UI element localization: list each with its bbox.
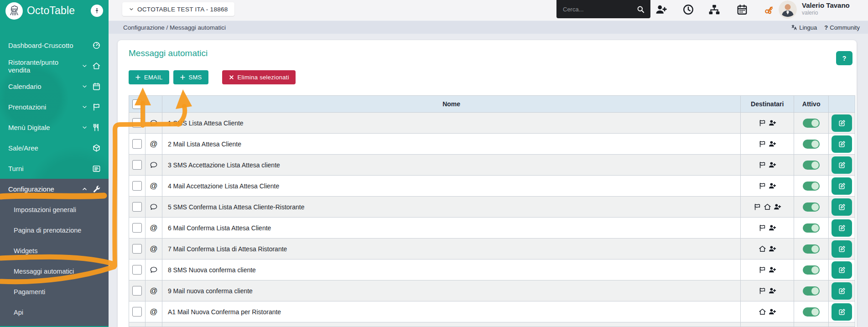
chevron-down-icon: [81, 83, 88, 90]
mail-icon: @: [150, 286, 157, 296]
destinatari-cell: [741, 280, 794, 301]
sidebar-item-turni[interactable]: Turni: [0, 158, 109, 179]
user-plus-icon: [769, 140, 776, 148]
message-name: 3 SMS Accettazione Lista Attesa cliente: [168, 161, 280, 169]
edit-button[interactable]: [832, 114, 852, 132]
calendar-icon[interactable]: [736, 4, 748, 16]
wrench-icon: [92, 185, 101, 193]
active-toggle[interactable]: [803, 286, 820, 296]
active-toggle[interactable]: [803, 161, 820, 170]
sms-icon: [149, 161, 158, 170]
sidebar-item-configurazione[interactable]: Configurazione: [0, 179, 109, 199]
destinatari-cell: [741, 155, 794, 175]
sidebar-item-prenotazioni[interactable]: Prenotazioni: [0, 97, 109, 117]
edit-button[interactable]: [832, 156, 852, 174]
sidebar-subitem-widgets[interactable]: Widgets: [0, 240, 109, 261]
clock-icon[interactable]: [682, 4, 694, 16]
calendar-icon: [92, 82, 101, 91]
table-row: 3 SMS Accettazione Lista Attesa cliente: [129, 155, 855, 176]
home-icon: [764, 203, 771, 211]
edit-button[interactable]: [832, 303, 852, 321]
edit-button[interactable]: [832, 135, 852, 153]
active-toggle[interactable]: [803, 202, 820, 212]
user-name: Valerio Tavano: [802, 1, 850, 10]
row-checkbox[interactable]: [132, 118, 142, 128]
sidebar-subitem-messaggi-automatici[interactable]: Messaggi automatici: [0, 261, 109, 281]
breadcrumb: Configurazione / Messaggi automatici: [123, 24, 226, 31]
destinatari-cell: [741, 134, 794, 154]
community-link[interactable]: ? Community: [824, 24, 860, 31]
edit-button[interactable]: [832, 219, 852, 237]
help-button[interactable]: ?: [836, 51, 852, 65]
sidebar-subitem-pagamenti[interactable]: Pagamenti: [0, 281, 109, 302]
delete-selected-button[interactable]: Elimina selezionati: [222, 70, 296, 84]
select-all-checkbox[interactable]: [132, 99, 142, 109]
search-input[interactable]: [562, 5, 633, 13]
mail-icon: @: [150, 223, 157, 233]
add-user-icon[interactable]: [655, 4, 667, 16]
destinatari-cell: [741, 218, 794, 238]
sidebar-item-calendario[interactable]: Calendario: [0, 76, 109, 97]
row-checkbox[interactable]: [132, 202, 142, 212]
language-switcher[interactable]: Lingua: [791, 24, 817, 31]
active-toggle[interactable]: [803, 119, 820, 128]
sidebar-item-label: Sale/Aree: [8, 144, 38, 152]
add-sms-button[interactable]: SMS: [173, 70, 208, 84]
sidebar-item-sale-aree[interactable]: Sale/Aree: [0, 138, 109, 158]
main-content-card: Messaggi automatici ? EMAIL SMS Elimina …: [118, 40, 857, 327]
sidebar-item-dashboard-cruscotto[interactable]: Dashboard-Cruscotto: [0, 35, 109, 56]
sidebar-item-ristorante-punto-vendita[interactable]: Ristorante/punto vendita: [0, 56, 109, 76]
question-icon: ?: [824, 24, 828, 31]
sidebar-subitem-api[interactable]: Api: [0, 302, 109, 322]
add-sms-label: SMS: [189, 74, 202, 81]
row-checkbox[interactable]: [132, 160, 142, 170]
row-checkbox[interactable]: [132, 139, 142, 149]
active-toggle[interactable]: [803, 223, 820, 233]
active-toggle[interactable]: [803, 265, 820, 275]
row-checkbox[interactable]: [132, 307, 142, 317]
search-icon[interactable]: [636, 5, 645, 14]
keys-icon[interactable]: [763, 4, 775, 16]
edit-button[interactable]: [832, 198, 852, 216]
edit-icon: [838, 203, 846, 211]
edit-button[interactable]: [832, 282, 852, 300]
table-row: 8 SMS Nuova conferma cliente: [129, 260, 855, 280]
page-title: Messaggi automatici: [129, 48, 208, 58]
flag-icon: [759, 119, 766, 127]
row-checkbox[interactable]: [132, 244, 142, 254]
edit-button[interactable]: [832, 240, 852, 258]
active-toggle[interactable]: [803, 140, 820, 149]
user-menu[interactable]: Valerio Tavano valerio: [802, 1, 850, 16]
translate-icon: [791, 24, 797, 31]
sidebar-item-men-digitale[interactable]: Menù Digitale: [0, 117, 109, 138]
row-checkbox[interactable]: [132, 265, 142, 275]
user-avatar[interactable]: [779, 0, 797, 19]
row-checkbox[interactable]: [132, 181, 142, 191]
sidebar: OctoTable Dashboard-CruscottoRistorante/…: [0, 0, 109, 327]
active-toggle[interactable]: [803, 307, 820, 317]
table-row: 5 SMS Conferma Lista Attesa Cliente-Rist…: [129, 197, 855, 218]
chevron-up-icon: [81, 186, 88, 192]
active-toggle[interactable]: [803, 182, 820, 191]
flag-icon: [759, 266, 766, 274]
sidebar-subitem-pagina-di-prenotazione[interactable]: Pagina di prenotazione: [0, 220, 109, 240]
row-checkbox[interactable]: [132, 286, 142, 296]
active-toggle[interactable]: [803, 244, 820, 254]
tenant-selector[interactable]: OCTOTABLE TEST ITA - 18868: [122, 2, 234, 16]
edit-icon: [838, 287, 846, 295]
chevron-down-icon: [81, 104, 88, 110]
edit-button[interactable]: [832, 261, 852, 279]
message-name: 7 Mail Conferma Lista di Attesa Ristoran…: [168, 245, 287, 253]
edit-icon: [838, 308, 846, 316]
user-plus-icon: [769, 161, 776, 169]
row-checkbox[interactable]: [132, 223, 142, 233]
sidebar-subitem-impostazioni-generali[interactable]: Impostazioni generali: [0, 199, 109, 220]
add-email-label: EMAIL: [144, 74, 163, 81]
sitemap-icon[interactable]: [708, 4, 720, 16]
pin-sidebar-button[interactable]: [91, 5, 103, 17]
toolbar: EMAIL SMS Elimina selezionati: [129, 70, 296, 84]
flag-icon: [754, 203, 761, 211]
edit-button[interactable]: [832, 177, 852, 195]
sidebar-item-label: Ristorante/punto vendita: [8, 58, 81, 74]
add-email-button[interactable]: EMAIL: [129, 70, 169, 84]
